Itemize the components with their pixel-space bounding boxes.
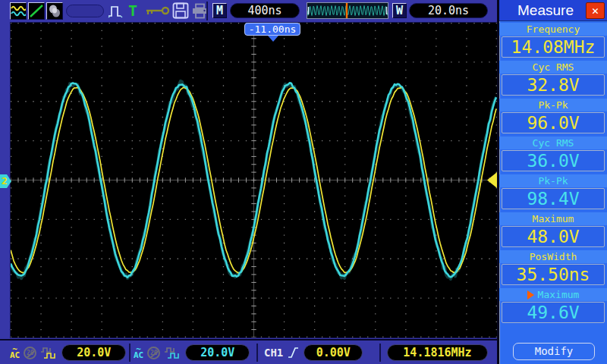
- modify-button[interactable]: Modify: [513, 343, 595, 360]
- ch1-coupling-icon: ~ AC: [10, 347, 20, 359]
- measure-label-text: Frequency: [527, 24, 580, 35]
- ch2-coupling-label: AC: [134, 353, 143, 359]
- trigger-status-group[interactable]: CH1 0.00V: [264, 344, 363, 362]
- measure-label-text: Cyc RMS: [533, 61, 574, 73]
- measure-value: 35.50ns: [502, 264, 605, 285]
- oscilloscope-screen: { "toolbar": { "m_label": "M", "m_value"…: [0, 0, 607, 364]
- measure-value: 48.0V: [502, 226, 605, 247]
- trigger-t-indicator[interactable]: T: [128, 2, 137, 19]
- measure-item[interactable]: Maximum48.0V: [499, 212, 607, 247]
- status-separator: [256, 344, 258, 362]
- measure-value: 32.8V: [502, 74, 605, 96]
- measure-item[interactable]: Maximum49.6V: [499, 288, 607, 323]
- horizontal-offset-tag[interactable]: -11.00ns: [244, 23, 300, 36]
- horizontal-offset-pointer-icon[interactable]: [268, 36, 278, 42]
- ch2-status-group[interactable]: ~ AC 20 20.0V: [134, 344, 250, 362]
- measure-label: Frequency: [499, 23, 607, 36]
- line-draw-button[interactable]: [28, 2, 45, 20]
- empty-readout-pill: [66, 5, 104, 17]
- close-icon[interactable]: ✕: [586, 2, 605, 19]
- ch2-coupling-icon: ~ AC: [134, 347, 143, 359]
- graticule-display: -11.00ns: [11, 23, 497, 337]
- window-timebase-value[interactable]: 20.0ns: [409, 3, 488, 18]
- measure-label: Maximum: [499, 212, 607, 225]
- main-timebase-value[interactable]: 400ns: [230, 3, 300, 18]
- measure-label-text: Cyc RMS: [533, 137, 574, 149]
- dual-sine-icon: [11, 5, 26, 18]
- measure-item[interactable]: Frequency14.08MHz: [499, 23, 607, 58]
- toolbar-separator: [206, 2, 208, 20]
- ch2-probe-wave-icon: [164, 347, 181, 359]
- diagonal-line-icon: [29, 4, 44, 18]
- measure-label-text: PosWidth: [530, 251, 577, 262]
- measure-value: 98.4V: [502, 188, 605, 209]
- measure-label: Pk-Pk: [499, 174, 607, 187]
- ch2-scale-pill[interactable]: 20.0V: [185, 344, 250, 361]
- measure-item[interactable]: Pk-Pk96.0V: [499, 99, 607, 133]
- counter-group: 14.1816MHz: [387, 344, 488, 362]
- waveform-canvas: [11, 23, 497, 337]
- measure-value: 49.6V: [502, 302, 605, 323]
- measure-value: 36.0V: [502, 150, 605, 171]
- measure-panel: Measure ✕ Frequency14.08MHzCyc RMS32.8VP…: [497, 0, 607, 364]
- measure-label: PosWidth: [499, 250, 607, 263]
- window-timebase-label: W: [392, 3, 407, 18]
- save-floppy-icon[interactable]: [172, 2, 189, 19]
- status-bar: ~ AC 20 20.0V ~ AC 20 20.0V CH1 0.00V 14…: [0, 339, 497, 364]
- measure-panel-header: Measure ✕: [499, 0, 607, 21]
- measure-value: 96.0V: [502, 112, 605, 133]
- measure-label: Maximum: [499, 288, 607, 301]
- measure-label-text: Pk-Pk: [538, 175, 568, 187]
- measure-label: Pk-Pk: [499, 99, 607, 111]
- measure-label: Cyc RMS: [499, 136, 607, 149]
- ch1-status-group[interactable]: ~ AC 20 20.0V: [10, 344, 126, 362]
- pulse-trigger-icon[interactable]: [107, 3, 125, 19]
- noise-blob-icon: [47, 4, 62, 18]
- status-separator: [129, 344, 131, 362]
- ch2-ground-marker[interactable]: 2: [0, 174, 11, 188]
- ch1-bandwidth-icon: 20: [24, 347, 36, 359]
- ch1-coupling-label: AC: [10, 353, 20, 359]
- key-lock-icon[interactable]: [145, 6, 170, 16]
- measure-label-text: Pk-Pk: [538, 99, 568, 111]
- frequency-counter-pill: 14.1816MHz: [387, 344, 488, 361]
- ch2-bandwidth-icon: 20: [147, 347, 160, 359]
- preview-waveform-icon: [307, 3, 388, 18]
- measure-item[interactable]: Cyc RMS32.8V: [499, 61, 607, 96]
- ch1-scale-pill[interactable]: 20.0V: [61, 344, 126, 361]
- panel-title: Measure: [499, 1, 586, 20]
- measure-item[interactable]: Pk-Pk98.4V: [499, 174, 607, 209]
- measure-list: Frequency14.08MHzCyc RMS32.8VPk-Pk96.0VC…: [499, 23, 607, 323]
- toolbar: T M 400ns W 20.0ns: [0, 0, 497, 22]
- trigger-level-pill[interactable]: 0.00V: [304, 344, 363, 361]
- channels-button[interactable]: [10, 2, 27, 20]
- waveform-preview[interactable]: [307, 2, 388, 19]
- trigger-source-label: CH1: [264, 344, 283, 361]
- noise-button[interactable]: [46, 2, 63, 20]
- status-separator: [379, 344, 381, 362]
- measure-label-text: Maximum: [538, 289, 580, 300]
- ch1-probe-wave-icon: [40, 347, 58, 359]
- main-timebase-label: M: [212, 3, 227, 18]
- measure-label: Cyc RMS: [499, 61, 607, 74]
- measure-item[interactable]: PosWidth35.50ns: [499, 250, 607, 285]
- selected-arrow-icon: [527, 290, 534, 300]
- measure-value: 14.08MHz: [502, 36, 605, 58]
- measure-item[interactable]: Cyc RMS36.0V: [499, 136, 607, 171]
- measure-label-text: Maximum: [533, 213, 574, 224]
- rising-edge-icon: [287, 346, 300, 359]
